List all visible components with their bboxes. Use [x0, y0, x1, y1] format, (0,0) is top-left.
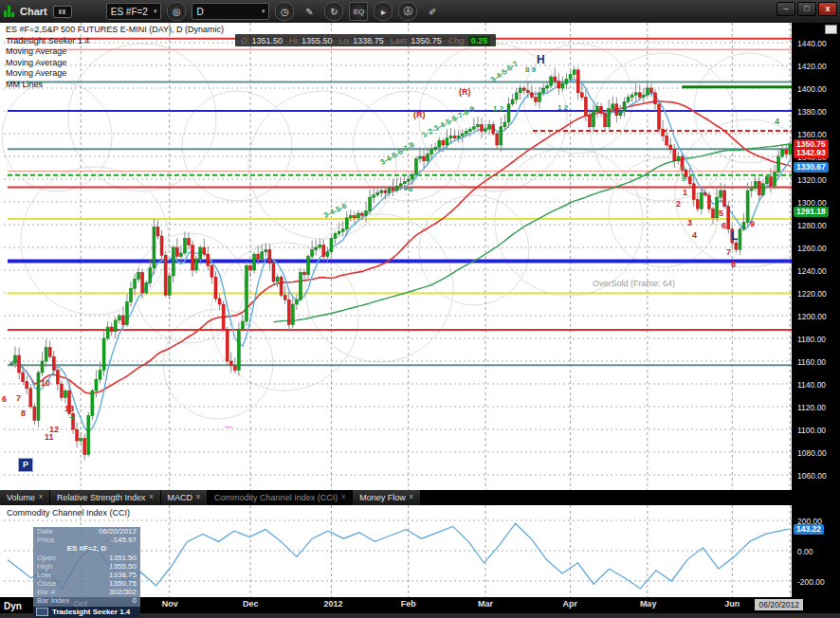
tab-volume[interactable]: Volumex: [0, 490, 50, 505]
tooltip-row-value: 302/302: [109, 588, 137, 596]
autoscale-icon[interactable]: Ⓐ: [398, 2, 417, 21]
cci-tick-label: -200.00: [797, 577, 825, 587]
axis-settings-button[interactable]: [825, 25, 837, 34]
chevron-down-icon: ▾: [154, 8, 157, 15]
tooltip-row: Open1351.50: [33, 554, 140, 562]
refresh-icon[interactable]: ↻: [324, 2, 343, 21]
clock-icon[interactable]: ◷: [275, 2, 294, 21]
tooltip-row-label: Close: [37, 579, 56, 588]
pencil-icon[interactable]: ✎: [300, 2, 319, 21]
price-tick-label: 1380.00: [797, 107, 827, 117]
close-button[interactable]: x: [818, 2, 837, 16]
chart-annotation: (R): [413, 110, 426, 119]
gear-icon[interactable]: ◎: [167, 2, 186, 21]
minimize-button[interactable]: –: [776, 2, 795, 16]
chart-annotation: 3: [687, 218, 692, 227]
price-tick-label: 1160.00: [797, 357, 826, 367]
month-label-mar: Mar: [478, 599, 493, 609]
data-tooltip: Date06/20/2012Price-145.97ES #F=2, DOpen…: [33, 527, 140, 617]
chart-window: Chart ES #F=2 ▾ ◎ D ▾ ◷ ✎ ↻ EQ ▸ Ⓐ ✐ – □…: [0, 0, 840, 618]
study-label: Tradesight Seeker 1.4: [6, 36, 224, 47]
main-chart-panel[interactable]: ES #F=2,S&P 500 FUTURES E-MINI (DAY), D …: [0, 23, 840, 490]
tab-macd[interactable]: MACDx: [161, 490, 209, 505]
month-label-jun: Jun: [724, 599, 740, 609]
tab-money-flow[interactable]: Money Flowx: [353, 490, 421, 505]
last-label: Last:: [391, 36, 410, 45]
chart-annotation: +8: [404, 185, 412, 193]
chart-annotation: 4: [692, 230, 697, 240]
tab-close-icon[interactable]: x: [410, 492, 413, 500]
symbol-description: ES #F=2,S&P 500 FUTURES E-MINI (DAY), D …: [6, 25, 224, 36]
interval-select[interactable]: D ▾: [192, 3, 269, 20]
tab-close-icon[interactable]: x: [150, 492, 154, 500]
tooltip-row: Price-145.97: [33, 536, 140, 544]
tooltip-footer-text: Tradesight Seeker 1.4: [52, 608, 130, 616]
title-toolbar: Chart ES #F=2 ▾ ◎ D ▾ ◷ ✎ ↻ EQ ▸ Ⓐ ✐ – □…: [0, 0, 840, 24]
chg-label: Chg:: [448, 36, 466, 45]
tab-label: MACD: [168, 493, 193, 502]
tooltip-row-value: -145.97: [111, 536, 137, 544]
candlestick-chart[interactable]: [0, 23, 792, 490]
tooltip-row: Low1338.75: [33, 571, 140, 579]
low-value: 1338.75: [353, 36, 384, 45]
chart-annotation: 1: [683, 188, 687, 197]
price-tick-label: 1120.00: [797, 403, 826, 412]
chart-annotation: 8 9: [525, 65, 536, 74]
play-icon[interactable]: ▸: [374, 2, 393, 21]
price-tick-label: 1100.00: [797, 426, 826, 435]
price-tick-label: 1320.00: [797, 175, 827, 185]
tooltip-row-value: 1355.50: [109, 562, 137, 571]
chart-annotation: (R): [459, 87, 471, 97]
eraser-icon[interactable]: ✐: [423, 2, 442, 21]
price-axis[interactable]: 1440.001420.001400.001380.001360.001340.…: [792, 23, 840, 490]
ohlc-strip: O:1351.50 Hi:1355.50 Lo:1338.75 Last:135…: [235, 34, 496, 46]
tooltip-row-label: Price: [37, 536, 54, 544]
month-label-apr: Apr: [563, 599, 578, 609]
tab-relative-strength-index[interactable]: Relative Strength Indexx: [50, 490, 161, 505]
maximize-button[interactable]: □: [797, 2, 816, 16]
tab-close-icon[interactable]: x: [196, 492, 200, 500]
cci-axis[interactable]: 200.000.00-200.00143.22: [792, 505, 840, 597]
month-label-dec: Dec: [243, 599, 259, 609]
price-tick-label: 1200.00: [797, 312, 827, 321]
chart-annotation: 1 2: [557, 103, 568, 112]
current-date-badge: 06/20/2012: [755, 599, 803, 610]
tooltip-footer: Tradesight Seeker 1.4: [33, 607, 140, 617]
symbol-value: ES #F=2: [111, 7, 148, 17]
symbol-select[interactable]: ES #F=2 ▾: [106, 3, 162, 20]
chart-annotation: 9: [750, 219, 755, 228]
chevron-down-icon: ▾: [262, 8, 265, 15]
symbol-link-icon[interactable]: [53, 6, 72, 18]
tooltip-row-label: Bar #: [37, 588, 55, 596]
chart-annotation: 5: [719, 209, 723, 218]
pivot-badge: P: [18, 458, 33, 472]
tab-commodity-channel-index-cci-[interactable]: Commodity Channel Index (CCI)x: [208, 490, 353, 505]
window-title: Chart: [20, 6, 47, 17]
tooltip-row: Date06/20/2012: [33, 527, 140, 536]
dyn-button[interactable]: Dyn: [4, 601, 22, 611]
tab-close-icon[interactable]: x: [341, 492, 345, 500]
chart-annotation: 7: [16, 393, 21, 403]
month-label-nov: Nov: [162, 599, 178, 609]
ma-label-3: Moving Average: [6, 68, 224, 80]
price-tick-label: 1420.00: [797, 62, 827, 71]
price-tick-label: 1240.00: [797, 266, 827, 276]
open-value: 1351.50: [252, 36, 283, 45]
month-label-feb: Feb: [401, 599, 416, 609]
tab-label: Money Flow: [359, 493, 406, 502]
month-label-2012: 2012: [323, 599, 342, 609]
cci-tick-label: 0.00: [797, 547, 813, 556]
tooltip-row-label: Bar Index: [37, 596, 69, 605]
tab-close-icon[interactable]: x: [39, 492, 43, 500]
price-badge: 1291.18: [794, 207, 829, 217]
oversold-label: OverSold (Frame: 64): [593, 279, 675, 288]
chart-annotation: —: [225, 422, 232, 430]
tooltip-row: Bar Index0: [33, 596, 140, 605]
quote-icon[interactable]: EQ: [349, 2, 368, 21]
tooltip-study-icon: [36, 608, 48, 616]
chart-annotation: L: [731, 229, 738, 243]
tooltip-row-label: Low: [37, 571, 51, 579]
tooltip-row-value: 0: [133, 596, 137, 605]
interval-value: D: [196, 7, 203, 17]
tab-label: Commodity Channel Index (CCI): [214, 493, 338, 502]
